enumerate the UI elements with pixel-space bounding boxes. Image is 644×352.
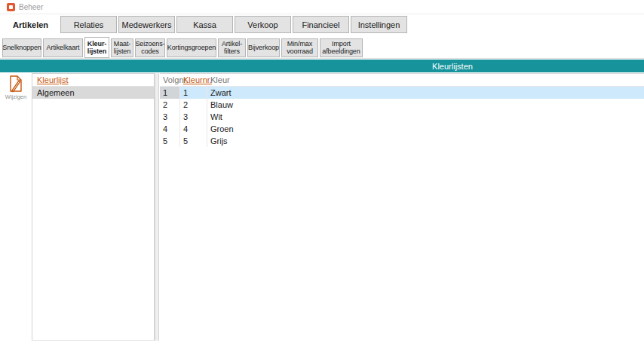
subtab-artikelkaart[interactable]: Artikelkaart <box>43 38 83 57</box>
list-item-algemeen[interactable]: Algemeen <box>32 87 154 99</box>
column-header-kleurnr[interactable]: Kleurnr. <box>180 74 207 86</box>
grid-header-row: Volgnr. Kleurnr. Kleur <box>160 74 644 87</box>
column-header-kleur[interactable]: Kleur <box>207 74 644 86</box>
app-window: Beheer Artikelen Relaties Medewerkers Ka… <box>0 0 644 352</box>
main-tab-bar: Artikelen Relaties Medewerkers Kassa Ver… <box>2 16 407 33</box>
table-row[interactable]: 3 3 Wit <box>160 111 644 123</box>
tab-medewerkers[interactable]: Medewerkers <box>118 16 175 33</box>
cell-kleur[interactable]: Groen <box>207 123 644 135</box>
kleurlijst-column-header[interactable]: Kleurlijst <box>32 74 154 87</box>
edit-button[interactable]: Wijzigen <box>2 75 29 100</box>
kleuren-grid: Volgnr. Kleurnr. Kleur 1 1 Zwart 2 2 Bla… <box>160 73 644 352</box>
cell-kleurnr[interactable]: 3 <box>180 111 207 123</box>
cell-kleurnr[interactable]: 2 <box>180 99 207 111</box>
tab-artikelen[interactable]: Artikelen <box>2 16 59 33</box>
table-row[interactable]: 1 1 Zwart <box>160 87 644 99</box>
subtab-kleurlijsten[interactable]: Kleur- lijsten <box>84 37 109 58</box>
subtab-bijverkoop[interactable]: Bijverkoop <box>247 38 280 57</box>
tab-verkoop[interactable]: Verkoop <box>235 16 291 33</box>
cell-kleurnr[interactable]: 4 <box>180 123 207 135</box>
table-row[interactable]: 5 5 Grijs <box>160 135 644 147</box>
window-title: Beheer <box>19 3 43 11</box>
cell-kleur[interactable]: Wit <box>207 111 644 123</box>
subtab-seizoenscodes[interactable]: Seizoens- codes <box>135 38 165 57</box>
cell-kleurnr[interactable]: 1 <box>180 87 207 99</box>
cell-volgnr[interactable]: 3 <box>160 111 180 123</box>
subtab-minmax-voorraad[interactable]: Min/max voorraad <box>281 38 318 57</box>
subtab-maatlijsten[interactable]: Maat- lijsten <box>111 38 133 57</box>
panel-title-bar: Kleurlijsten <box>0 60 644 72</box>
app-icon <box>7 3 15 11</box>
subtab-import-afbeeldingen[interactable]: Import afbeeldingen <box>320 38 363 57</box>
tab-kassa[interactable]: Kassa <box>176 16 233 33</box>
cell-volgnr[interactable]: 2 <box>160 99 180 111</box>
column-header-volgnr[interactable]: Volgnr. <box>160 74 180 86</box>
cell-volgnr[interactable]: 1 <box>160 87 180 99</box>
kleurlijst-panel: Kleurlijst Algemeen <box>32 73 155 341</box>
subtab-artikelfilters[interactable]: Artikel- filters <box>218 38 246 57</box>
cell-kleur[interactable]: Blauw <box>207 99 644 111</box>
sub-tab-bar: Snelknoppen Artikelkaart Kleur- lijsten … <box>2 37 363 58</box>
panel-title: Kleurlijsten <box>432 62 473 71</box>
table-row[interactable]: 2 2 Blauw <box>160 99 644 111</box>
tab-financieel[interactable]: Financieel <box>293 16 349 33</box>
cell-kleur[interactable]: Zwart <box>207 87 644 99</box>
edit-document-icon <box>8 75 24 93</box>
tab-relaties[interactable]: Relaties <box>60 16 117 33</box>
edit-button-label: Wijzigen <box>2 93 29 100</box>
titlebar-separator <box>0 14 644 14</box>
table-row[interactable]: 4 4 Groen <box>160 123 644 135</box>
panel-splitter[interactable] <box>155 73 159 341</box>
cell-kleurnr[interactable]: 5 <box>180 135 207 147</box>
cell-volgnr[interactable]: 4 <box>160 123 180 135</box>
tab-instellingen[interactable]: Instellingen <box>351 16 407 33</box>
window-titlebar: Beheer <box>0 0 43 14</box>
cell-kleur[interactable]: Grijs <box>207 135 644 147</box>
subtab-kortingsgroepen[interactable]: Kortingsgroepen <box>167 38 216 57</box>
subtab-snelknoppen[interactable]: Snelknoppen <box>2 38 41 57</box>
cell-volgnr[interactable]: 5 <box>160 135 180 147</box>
tabstrip-separator <box>0 58 644 59</box>
